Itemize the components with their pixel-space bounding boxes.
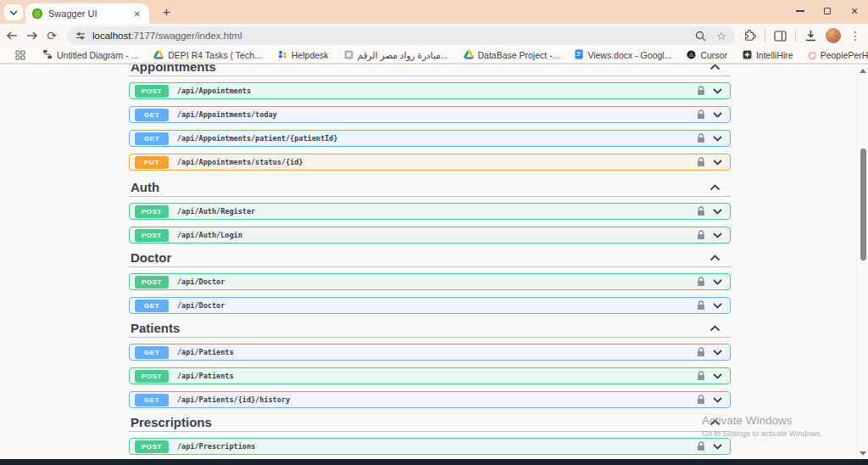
swagger-favicon-icon: [32, 8, 42, 19]
lock-icon[interactable]: [697, 395, 705, 405]
collapse-chevron-icon[interactable]: [709, 64, 721, 70]
endpoint-row[interactable]: POST /api/Auth/Register: [129, 203, 731, 220]
collapse-chevron-icon[interactable]: [709, 255, 721, 261]
scrollbar-thumb[interactable]: [860, 148, 866, 261]
section-header[interactable]: Patients: [129, 322, 731, 338]
section-header[interactable]: Doctor: [129, 251, 731, 267]
collapse-chevron-icon[interactable]: [709, 184, 721, 191]
browser-menu-icon[interactable]: ⋮: [849, 29, 861, 42]
method-badge: POST: [135, 440, 169, 453]
bookmark-item-4[interactable]: DataBase Project -...: [464, 48, 560, 63]
endpoint-path: /api/Appointments/patient/{patientId}: [177, 134, 697, 143]
downloads-icon[interactable]: [804, 30, 817, 42]
bookmark-item-0[interactable]: Untitled Diagram - ...: [42, 48, 138, 63]
lock-icon[interactable]: [697, 371, 705, 381]
bookmarks-bar: Untitled Diagram - ... DEPI R4 Tasks ( T…: [0, 48, 868, 64]
apps-grid-icon[interactable]: [15, 50, 25, 60]
tab-search-button[interactable]: [4, 4, 23, 20]
maximize-icon: [824, 8, 831, 14]
refresh-button[interactable]: ⟳: [43, 25, 60, 46]
endpoint-row[interactable]: POST /api/Patients: [129, 367, 731, 384]
expand-chevron-icon[interactable]: [713, 444, 722, 450]
scroll-up-button[interactable]: [857, 66, 868, 75]
endpoint-row[interactable]: GET /api/Appointments/patient/{patientId…: [129, 130, 731, 147]
bookmark-item-3[interactable]: مبادرة رواد مصر الرقم...: [344, 48, 448, 63]
address-bar[interactable]: localhost:7177/swagger/index.html ☆: [67, 26, 735, 45]
reading-list-icon[interactable]: [774, 31, 787, 42]
lock-icon[interactable]: [697, 300, 705, 311]
endpoint-row[interactable]: GET /api/Patients: [129, 344, 731, 361]
expand-chevron-icon[interactable]: [713, 209, 722, 215]
minimize-button[interactable]: [787, 0, 814, 22]
url-text[interactable]: localhost:7177/swagger/index.html: [92, 31, 695, 41]
method-badge: POST: [135, 229, 169, 242]
section-title: Prescriptions: [131, 416, 212, 429]
profile-avatar[interactable]: [826, 28, 841, 43]
endpoint-path: /api/Auth/Login: [177, 231, 697, 239]
lock-icon[interactable]: [697, 86, 705, 96]
peopleperhour-icon: [809, 52, 816, 59]
section-header[interactable]: Prescriptions: [129, 416, 731, 432]
intellihire-icon: [743, 50, 752, 59]
site-settings-icon[interactable]: [75, 31, 86, 41]
swagger-page: Appointments POST /api/Appointments GET …: [0, 64, 868, 459]
toolbar-divider: [765, 30, 765, 42]
endpoint-row[interactable]: POST /api/Doctor: [129, 273, 731, 290]
collapse-chevron-icon[interactable]: [709, 325, 721, 332]
lock-icon[interactable]: [697, 109, 705, 120]
expand-chevron-icon[interactable]: [713, 397, 722, 403]
expand-chevron-icon[interactable]: [713, 160, 722, 165]
expand-chevron-icon[interactable]: [713, 279, 722, 285]
expand-chevron-icon[interactable]: [713, 136, 722, 142]
maximize-button[interactable]: [814, 0, 841, 22]
extensions-icon[interactable]: [743, 30, 756, 42]
page-scrollbar[interactable]: [856, 64, 868, 459]
tab-close-icon[interactable]: ✕: [132, 8, 142, 20]
bookmark-item-6[interactable]: Cursor: [687, 48, 727, 63]
back-button[interactable]: [3, 25, 20, 46]
lock-icon[interactable]: [697, 206, 705, 216]
method-badge: GET: [135, 300, 169, 312]
lock-icon[interactable]: [697, 277, 705, 287]
bookmark-item-8[interactable]: PeoplePerHour.com...: [809, 48, 868, 63]
forward-button[interactable]: [24, 25, 41, 46]
endpoint-list: GET /api/Patients POST /api/Patients GET…: [129, 344, 731, 408]
endpoint-row[interactable]: POST /api/Prescriptions: [129, 438, 731, 455]
lock-icon[interactable]: [697, 230, 705, 240]
endpoint-row[interactable]: GET /api/Doctor: [129, 297, 731, 314]
endpoint-row[interactable]: PUT /api/Appointments/status/{id}: [129, 154, 731, 171]
expand-chevron-icon[interactable]: [713, 88, 722, 94]
site-icon: [344, 50, 353, 59]
lock-icon[interactable]: [697, 133, 705, 143]
taskbar-edge: [0, 459, 868, 465]
bookmark-item-7[interactable]: IntelliHire: [743, 48, 793, 63]
expand-chevron-icon[interactable]: [713, 112, 722, 118]
expand-chevron-icon[interactable]: [713, 373, 722, 379]
close-button[interactable]: ✕: [841, 0, 868, 22]
zoom-indicator-icon[interactable]: [695, 31, 706, 42]
lock-icon[interactable]: [697, 157, 705, 167]
section-header[interactable]: Appointments: [129, 64, 731, 76]
endpoint-row[interactable]: POST /api/Auth/Login: [129, 227, 731, 244]
window-controls: ✕: [787, 0, 868, 22]
bookmark-star-icon[interactable]: ☆: [716, 30, 726, 42]
bookmark-item-2[interactable]: Helpdesk: [277, 48, 329, 63]
lock-icon[interactable]: [697, 441, 705, 451]
endpoint-row[interactable]: POST /api/Appointments: [129, 82, 731, 99]
scroll-down-button[interactable]: [857, 449, 868, 457]
bookmark-item-5[interactable]: Views.docx - Googl...: [575, 48, 671, 63]
lock-icon[interactable]: [697, 347, 705, 357]
tab-swagger-ui[interactable]: Swagger UI ✕: [25, 3, 149, 24]
bookmark-item-1[interactable]: DEPI R4 Tasks ( Tech...: [153, 48, 262, 63]
expand-chevron-icon[interactable]: [713, 350, 722, 356]
endpoint-row[interactable]: GET /api/Appointments/today: [129, 106, 731, 123]
endpoint-row[interactable]: GET /api/Patients/{id}/history: [129, 391, 731, 408]
collapse-chevron-icon[interactable]: [709, 419, 721, 426]
bookmark-label: Helpdesk: [292, 50, 329, 60]
new-tab-button[interactable]: +: [159, 5, 174, 20]
google-drive-icon: [153, 50, 164, 59]
expand-chevron-icon[interactable]: [713, 303, 722, 309]
drive-icon: [153, 48, 164, 63]
expand-chevron-icon[interactable]: [713, 232, 722, 238]
section-header[interactable]: Auth: [129, 181, 731, 197]
